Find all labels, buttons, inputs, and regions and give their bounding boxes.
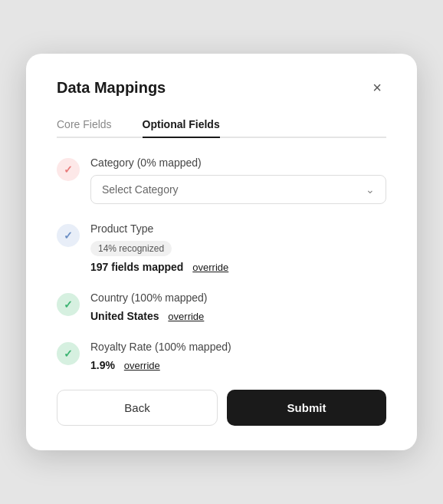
submit-button[interactable]: Submit [227, 390, 386, 426]
check-circle-product-type: ✓ [57, 224, 80, 247]
tab-core-fields[interactable]: Core Fields [57, 112, 112, 137]
field-content-royalty-rate: Royalty Rate (100% mapped) 1.9% override [90, 341, 386, 371]
royalty-rate-value: 1.9% [90, 359, 115, 371]
royalty-rate-label: Royalty Rate (100% mapped) [90, 341, 386, 353]
product-type-mapped: 197 fields mapped override [90, 261, 386, 273]
check-icon-product-type: ✓ [64, 229, 73, 242]
country-label: Country (100% mapped) [90, 292, 386, 304]
product-type-override-link[interactable]: override [192, 262, 228, 273]
modal-title: Data Mappings [57, 79, 166, 97]
tab-optional-fields[interactable]: Optional Fields [143, 112, 220, 137]
country-value-line: United States override [90, 310, 386, 322]
back-button[interactable]: Back [57, 390, 218, 426]
field-row-royalty-rate: ✓ Royalty Rate (100% mapped) 1.9% overri… [57, 341, 386, 371]
check-circle-category: ✓ [57, 158, 80, 181]
royalty-rate-value-line: 1.9% override [90, 359, 386, 371]
category-placeholder: Select Category [102, 183, 179, 196]
country-override-link[interactable]: override [168, 311, 204, 322]
field-row-country: ✓ Country (100% mapped) United States ov… [57, 292, 386, 322]
modal-footer: Back Submit [57, 390, 386, 426]
royalty-rate-override-link[interactable]: override [124, 360, 160, 371]
check-icon-category: ✓ [64, 163, 73, 176]
field-row-product-type: ✓ Product Type 14% recognized 197 fields… [57, 222, 386, 273]
product-type-badge: 14% recognized [90, 241, 172, 256]
field-content-product-type: Product Type 14% recognized 197 fields m… [90, 222, 386, 273]
field-row-category: ✓ Category (0% mapped) Select Category ⌄ [57, 156, 386, 204]
category-select[interactable]: Select Category ⌄ [90, 175, 386, 204]
modal-header: Data Mappings × [57, 78, 386, 97]
check-circle-royalty-rate: ✓ [57, 342, 80, 365]
check-circle-country: ✓ [57, 293, 80, 316]
close-button[interactable]: × [368, 78, 386, 97]
product-type-label: Product Type [90, 222, 386, 235]
country-value: United States [90, 310, 159, 322]
field-content-category: Category (0% mapped) Select Category ⌄ [90, 156, 386, 204]
field-content-country: Country (100% mapped) United States over… [90, 292, 386, 322]
tab-bar: Core Fields Optional Fields [57, 112, 386, 138]
check-icon-royalty-rate: ✓ [64, 348, 73, 360]
category-label: Category (0% mapped) [90, 156, 386, 169]
chevron-down-icon: ⌄ [366, 183, 375, 196]
product-type-mapped-text: 197 fields mapped [90, 261, 183, 273]
data-mappings-modal: Data Mappings × Core Fields Optional Fie… [26, 54, 417, 450]
check-icon-country: ✓ [64, 298, 73, 311]
